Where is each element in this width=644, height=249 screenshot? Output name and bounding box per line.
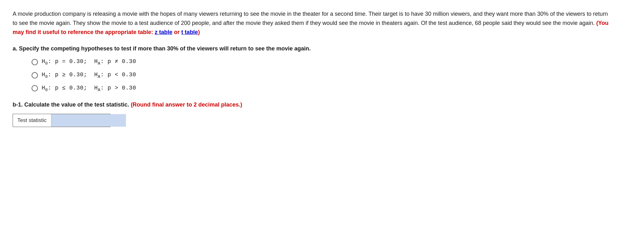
radio-circle-2[interactable]: [32, 72, 38, 78]
section-a-label: a. Specify the competing hypotheses to t…: [13, 45, 631, 52]
radio-circle-3[interactable]: [32, 85, 38, 91]
radio-option-1[interactable]: H0: p = 0.30; HA: p ≠ 0.30: [32, 58, 631, 66]
hypothesis-radio-group: H0: p = 0.30; HA: p ≠ 0.30 H0: p ≥ 0.30;…: [32, 58, 631, 92]
z-table-link[interactable]: z table: [155, 29, 172, 35]
radio-option-3[interactable]: H0: p ≤ 0.30; HA: p > 0.30: [32, 85, 631, 92]
radio-text-1: H0: p = 0.30; HA: p ≠ 0.30: [42, 58, 136, 66]
section-b1: b-1. Calculate the value of the test sta…: [13, 101, 631, 127]
t-table-link[interactable]: t table: [181, 29, 198, 35]
section-a: a. Specify the competing hypotheses to t…: [13, 45, 631, 92]
radio-text-2: H0: p ≥ 0.30; HA: p < 0.30: [42, 72, 136, 79]
radio-text-3: H0: p ≤ 0.30; HA: p > 0.30: [42, 85, 136, 92]
test-statistic-label: Test statistic: [13, 114, 51, 127]
radio-circle-1[interactable]: [32, 59, 38, 65]
intro-paragraph: A movie production company is releasing …: [13, 9, 612, 37]
test-statistic-container: Test statistic: [13, 114, 110, 127]
intro-text: A movie production company is releasing …: [13, 11, 608, 26]
round-instruction: (Round final answer to 2 decimal places.…: [131, 101, 242, 108]
section-b1-label: b-1. Calculate the value of the test sta…: [13, 101, 631, 108]
test-statistic-input[interactable]: [51, 114, 126, 127]
radio-option-2[interactable]: H0: p ≥ 0.30; HA: p < 0.30: [32, 72, 631, 79]
